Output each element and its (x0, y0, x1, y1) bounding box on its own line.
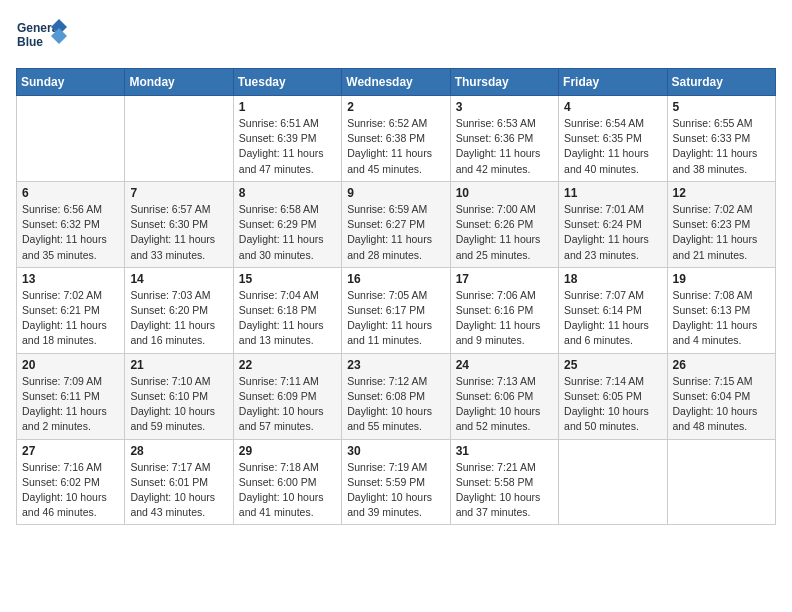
calendar-cell: 28Sunrise: 7:17 AM Sunset: 6:01 PM Dayli… (125, 439, 233, 525)
day-number: 21 (130, 358, 227, 372)
day-number: 23 (347, 358, 444, 372)
calendar-cell: 31Sunrise: 7:21 AM Sunset: 5:58 PM Dayli… (450, 439, 558, 525)
day-info: Sunrise: 6:59 AM Sunset: 6:27 PM Dayligh… (347, 202, 444, 263)
day-info: Sunrise: 6:56 AM Sunset: 6:32 PM Dayligh… (22, 202, 119, 263)
calendar-cell: 13Sunrise: 7:02 AM Sunset: 6:21 PM Dayli… (17, 267, 125, 353)
day-info: Sunrise: 6:54 AM Sunset: 6:35 PM Dayligh… (564, 116, 661, 177)
day-number: 20 (22, 358, 119, 372)
column-header-tuesday: Tuesday (233, 69, 341, 96)
logo-svg: General Blue (16, 16, 68, 58)
calendar-cell: 4Sunrise: 6:54 AM Sunset: 6:35 PM Daylig… (559, 96, 667, 182)
calendar-table: SundayMondayTuesdayWednesdayThursdayFrid… (16, 68, 776, 525)
calendar-cell: 9Sunrise: 6:59 AM Sunset: 6:27 PM Daylig… (342, 181, 450, 267)
day-info: Sunrise: 7:19 AM Sunset: 5:59 PM Dayligh… (347, 460, 444, 521)
logo: General Blue (16, 16, 68, 58)
day-info: Sunrise: 6:57 AM Sunset: 6:30 PM Dayligh… (130, 202, 227, 263)
day-number: 7 (130, 186, 227, 200)
day-number: 6 (22, 186, 119, 200)
day-number: 19 (673, 272, 770, 286)
calendar-cell: 14Sunrise: 7:03 AM Sunset: 6:20 PM Dayli… (125, 267, 233, 353)
day-info: Sunrise: 7:17 AM Sunset: 6:01 PM Dayligh… (130, 460, 227, 521)
calendar-cell: 23Sunrise: 7:12 AM Sunset: 6:08 PM Dayli… (342, 353, 450, 439)
calendar-cell: 8Sunrise: 6:58 AM Sunset: 6:29 PM Daylig… (233, 181, 341, 267)
day-info: Sunrise: 7:04 AM Sunset: 6:18 PM Dayligh… (239, 288, 336, 349)
calendar-week-row: 6Sunrise: 6:56 AM Sunset: 6:32 PM Daylig… (17, 181, 776, 267)
day-number: 2 (347, 100, 444, 114)
day-number: 9 (347, 186, 444, 200)
day-info: Sunrise: 7:03 AM Sunset: 6:20 PM Dayligh… (130, 288, 227, 349)
day-number: 10 (456, 186, 553, 200)
calendar-cell: 27Sunrise: 7:16 AM Sunset: 6:02 PM Dayli… (17, 439, 125, 525)
day-info: Sunrise: 6:53 AM Sunset: 6:36 PM Dayligh… (456, 116, 553, 177)
day-number: 31 (456, 444, 553, 458)
day-info: Sunrise: 7:05 AM Sunset: 6:17 PM Dayligh… (347, 288, 444, 349)
day-number: 17 (456, 272, 553, 286)
calendar-cell (125, 96, 233, 182)
day-info: Sunrise: 7:07 AM Sunset: 6:14 PM Dayligh… (564, 288, 661, 349)
day-info: Sunrise: 7:16 AM Sunset: 6:02 PM Dayligh… (22, 460, 119, 521)
calendar-cell: 24Sunrise: 7:13 AM Sunset: 6:06 PM Dayli… (450, 353, 558, 439)
calendar-cell (667, 439, 775, 525)
day-info: Sunrise: 6:58 AM Sunset: 6:29 PM Dayligh… (239, 202, 336, 263)
calendar-cell: 3Sunrise: 6:53 AM Sunset: 6:36 PM Daylig… (450, 96, 558, 182)
calendar-week-row: 27Sunrise: 7:16 AM Sunset: 6:02 PM Dayli… (17, 439, 776, 525)
calendar-cell (17, 96, 125, 182)
calendar-cell: 16Sunrise: 7:05 AM Sunset: 6:17 PM Dayli… (342, 267, 450, 353)
calendar-cell: 1Sunrise: 6:51 AM Sunset: 6:39 PM Daylig… (233, 96, 341, 182)
day-number: 14 (130, 272, 227, 286)
day-number: 29 (239, 444, 336, 458)
calendar-cell: 6Sunrise: 6:56 AM Sunset: 6:32 PM Daylig… (17, 181, 125, 267)
day-info: Sunrise: 7:13 AM Sunset: 6:06 PM Dayligh… (456, 374, 553, 435)
calendar-cell: 20Sunrise: 7:09 AM Sunset: 6:11 PM Dayli… (17, 353, 125, 439)
calendar-cell: 18Sunrise: 7:07 AM Sunset: 6:14 PM Dayli… (559, 267, 667, 353)
calendar-cell: 5Sunrise: 6:55 AM Sunset: 6:33 PM Daylig… (667, 96, 775, 182)
day-info: Sunrise: 6:52 AM Sunset: 6:38 PM Dayligh… (347, 116, 444, 177)
day-info: Sunrise: 6:55 AM Sunset: 6:33 PM Dayligh… (673, 116, 770, 177)
calendar-cell: 29Sunrise: 7:18 AM Sunset: 6:00 PM Dayli… (233, 439, 341, 525)
column-header-thursday: Thursday (450, 69, 558, 96)
calendar-cell: 12Sunrise: 7:02 AM Sunset: 6:23 PM Dayli… (667, 181, 775, 267)
day-number: 22 (239, 358, 336, 372)
calendar-cell: 10Sunrise: 7:00 AM Sunset: 6:26 PM Dayli… (450, 181, 558, 267)
day-number: 30 (347, 444, 444, 458)
day-info: Sunrise: 7:18 AM Sunset: 6:00 PM Dayligh… (239, 460, 336, 521)
day-info: Sunrise: 7:09 AM Sunset: 6:11 PM Dayligh… (22, 374, 119, 435)
day-number: 11 (564, 186, 661, 200)
day-info: Sunrise: 7:21 AM Sunset: 5:58 PM Dayligh… (456, 460, 553, 521)
calendar-week-row: 20Sunrise: 7:09 AM Sunset: 6:11 PM Dayli… (17, 353, 776, 439)
calendar-week-row: 13Sunrise: 7:02 AM Sunset: 6:21 PM Dayli… (17, 267, 776, 353)
calendar-cell: 22Sunrise: 7:11 AM Sunset: 6:09 PM Dayli… (233, 353, 341, 439)
day-info: Sunrise: 7:02 AM Sunset: 6:21 PM Dayligh… (22, 288, 119, 349)
calendar-cell: 26Sunrise: 7:15 AM Sunset: 6:04 PM Dayli… (667, 353, 775, 439)
calendar-cell (559, 439, 667, 525)
day-number: 18 (564, 272, 661, 286)
calendar-week-row: 1Sunrise: 6:51 AM Sunset: 6:39 PM Daylig… (17, 96, 776, 182)
column-header-friday: Friday (559, 69, 667, 96)
day-number: 28 (130, 444, 227, 458)
page-header: General Blue (16, 16, 776, 58)
day-number: 13 (22, 272, 119, 286)
column-header-sunday: Sunday (17, 69, 125, 96)
calendar-cell: 25Sunrise: 7:14 AM Sunset: 6:05 PM Dayli… (559, 353, 667, 439)
calendar-cell: 30Sunrise: 7:19 AM Sunset: 5:59 PM Dayli… (342, 439, 450, 525)
day-info: Sunrise: 7:02 AM Sunset: 6:23 PM Dayligh… (673, 202, 770, 263)
day-number: 8 (239, 186, 336, 200)
calendar-cell: 11Sunrise: 7:01 AM Sunset: 6:24 PM Dayli… (559, 181, 667, 267)
day-info: Sunrise: 7:15 AM Sunset: 6:04 PM Dayligh… (673, 374, 770, 435)
day-info: Sunrise: 6:51 AM Sunset: 6:39 PM Dayligh… (239, 116, 336, 177)
day-number: 25 (564, 358, 661, 372)
calendar-cell: 15Sunrise: 7:04 AM Sunset: 6:18 PM Dayli… (233, 267, 341, 353)
day-info: Sunrise: 7:14 AM Sunset: 6:05 PM Dayligh… (564, 374, 661, 435)
calendar-cell: 17Sunrise: 7:06 AM Sunset: 6:16 PM Dayli… (450, 267, 558, 353)
column-header-wednesday: Wednesday (342, 69, 450, 96)
svg-text:Blue: Blue (17, 35, 43, 49)
day-number: 15 (239, 272, 336, 286)
calendar-cell: 19Sunrise: 7:08 AM Sunset: 6:13 PM Dayli… (667, 267, 775, 353)
column-header-monday: Monday (125, 69, 233, 96)
calendar-header-row: SundayMondayTuesdayWednesdayThursdayFrid… (17, 69, 776, 96)
day-info: Sunrise: 7:06 AM Sunset: 6:16 PM Dayligh… (456, 288, 553, 349)
day-number: 5 (673, 100, 770, 114)
day-info: Sunrise: 7:12 AM Sunset: 6:08 PM Dayligh… (347, 374, 444, 435)
column-header-saturday: Saturday (667, 69, 775, 96)
day-number: 26 (673, 358, 770, 372)
